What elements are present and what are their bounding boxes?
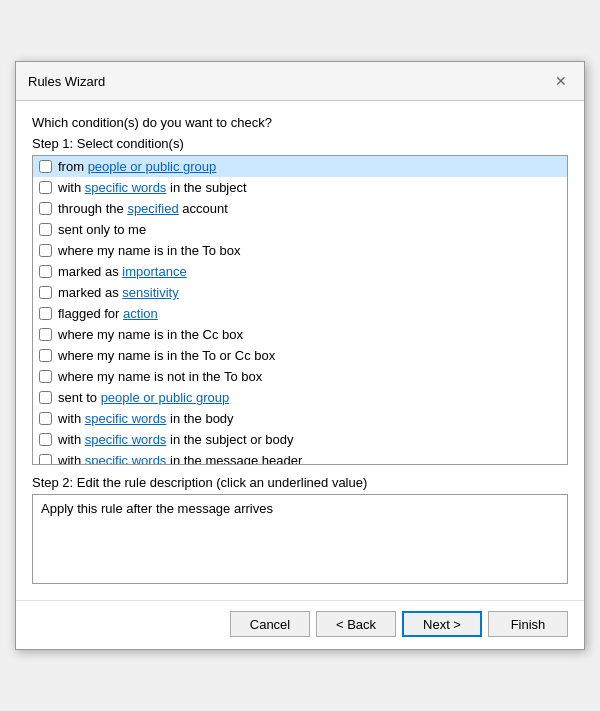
condition-checkbox[interactable]	[39, 370, 52, 383]
list-item[interactable]: with specific words in the subject or bo…	[33, 429, 567, 450]
condition-link[interactable]: specific words	[85, 432, 167, 447]
condition-text: with specific words in the subject or bo…	[58, 432, 294, 447]
step2-label: Step 2: Edit the rule description (click…	[32, 475, 568, 490]
question-text: Which condition(s) do you want to check?	[32, 115, 568, 130]
conditions-list: from people or public groupwith specific…	[33, 156, 567, 464]
condition-text: where my name is in the To or Cc box	[58, 348, 275, 363]
title-bar: Rules Wizard ✕	[16, 62, 584, 101]
list-item[interactable]: where my name is not in the To box	[33, 366, 567, 387]
condition-text: with specific words in the message heade…	[58, 453, 302, 464]
cancel-button[interactable]: Cancel	[230, 611, 310, 637]
condition-link[interactable]: people or public group	[88, 159, 217, 174]
condition-link[interactable]: people or public group	[101, 390, 230, 405]
condition-checkbox[interactable]	[39, 433, 52, 446]
condition-text: marked as importance	[58, 264, 187, 279]
condition-text: from people or public group	[58, 159, 216, 174]
condition-link[interactable]: specified	[127, 201, 178, 216]
dialog-body: Which condition(s) do you want to check?…	[16, 101, 584, 594]
condition-checkbox[interactable]	[39, 286, 52, 299]
condition-checkbox[interactable]	[39, 454, 52, 464]
condition-link[interactable]: sensitivity	[122, 285, 178, 300]
close-button[interactable]: ✕	[550, 70, 572, 92]
condition-link[interactable]: specific words	[85, 453, 167, 464]
list-item[interactable]: with specific words in the subject	[33, 177, 567, 198]
finish-button[interactable]: Finish	[488, 611, 568, 637]
condition-checkbox[interactable]	[39, 349, 52, 362]
button-row: Cancel < Back Next > Finish	[16, 600, 584, 649]
list-item[interactable]: flagged for action	[33, 303, 567, 324]
condition-link[interactable]: importance	[122, 264, 186, 279]
condition-text: sent only to me	[58, 222, 146, 237]
list-item[interactable]: with specific words in the message heade…	[33, 450, 567, 464]
condition-checkbox[interactable]	[39, 244, 52, 257]
list-item[interactable]: where my name is in the To or Cc box	[33, 345, 567, 366]
list-item[interactable]: from people or public group	[33, 156, 567, 177]
condition-text: where my name is not in the To box	[58, 369, 262, 384]
condition-text: sent to people or public group	[58, 390, 229, 405]
condition-checkbox[interactable]	[39, 223, 52, 236]
dialog-title: Rules Wizard	[28, 74, 105, 89]
condition-link[interactable]: specific words	[85, 180, 167, 195]
condition-link[interactable]: action	[123, 306, 158, 321]
condition-checkbox[interactable]	[39, 181, 52, 194]
list-item[interactable]: sent only to me	[33, 219, 567, 240]
list-item[interactable]: through the specified account	[33, 198, 567, 219]
condition-checkbox[interactable]	[39, 328, 52, 341]
condition-text: marked as sensitivity	[58, 285, 179, 300]
condition-text: where my name is in the Cc box	[58, 327, 243, 342]
condition-checkbox[interactable]	[39, 391, 52, 404]
condition-checkbox[interactable]	[39, 307, 52, 320]
condition-text: through the specified account	[58, 201, 228, 216]
list-item[interactable]: marked as importance	[33, 261, 567, 282]
conditions-list-container: from people or public groupwith specific…	[32, 155, 568, 465]
condition-checkbox[interactable]	[39, 265, 52, 278]
next-button[interactable]: Next >	[402, 611, 482, 637]
step1-label: Step 1: Select condition(s)	[32, 136, 568, 151]
condition-text: with specific words in the subject	[58, 180, 247, 195]
condition-checkbox[interactable]	[39, 160, 52, 173]
list-item[interactable]: marked as sensitivity	[33, 282, 567, 303]
condition-text: flagged for action	[58, 306, 158, 321]
list-item[interactable]: sent to people or public group	[33, 387, 567, 408]
rule-description: Apply this rule after the message arrive…	[32, 494, 568, 584]
back-button[interactable]: < Back	[316, 611, 396, 637]
condition-link[interactable]: specific words	[85, 411, 167, 426]
rules-wizard-dialog: Rules Wizard ✕ Which condition(s) do you…	[15, 61, 585, 650]
list-item[interactable]: where my name is in the Cc box	[33, 324, 567, 345]
condition-checkbox[interactable]	[39, 412, 52, 425]
list-item[interactable]: where my name is in the To box	[33, 240, 567, 261]
list-item[interactable]: with specific words in the body	[33, 408, 567, 429]
rule-description-text: Apply this rule after the message arrive…	[41, 501, 273, 516]
condition-checkbox[interactable]	[39, 202, 52, 215]
condition-text: with specific words in the body	[58, 411, 234, 426]
condition-text: where my name is in the To box	[58, 243, 241, 258]
